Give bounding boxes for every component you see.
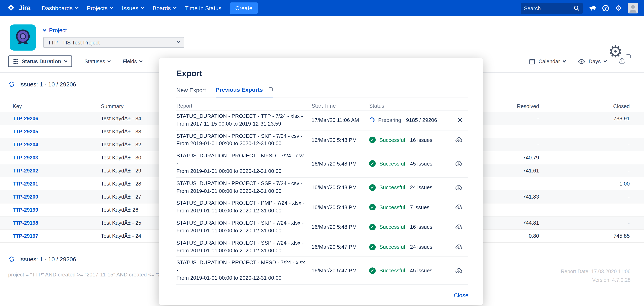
nav-item-dashboards[interactable]: Dashboards xyxy=(37,0,82,16)
issue-key-link[interactable]: TTP-29204 xyxy=(13,142,38,148)
issue-key-link[interactable]: TTP-29205 xyxy=(13,129,38,135)
export-report-name: STATUS_DURATION - PROJECT - SKP - 7/24 -… xyxy=(176,132,312,148)
calendar-label: Calendar xyxy=(538,58,560,64)
issue-key-cell: TTP-29203 xyxy=(0,154,101,161)
issue-key-cell: TTP-29206 xyxy=(0,115,101,122)
export-report-name: STATUS_DURATION - PROJECT - PMP - 7/24 -… xyxy=(176,200,312,215)
nav-right-cluster: ? ⚙ xyxy=(521,3,638,14)
chevron-down-icon xyxy=(139,59,143,62)
nav-item-boards[interactable]: Boards xyxy=(148,0,181,16)
download-export-button[interactable] xyxy=(455,267,463,274)
download-export-button[interactable] xyxy=(455,137,463,143)
export-status-detail: 24 issues xyxy=(410,244,432,250)
export-status-detail: 9185 / 29206 xyxy=(406,117,437,123)
search-icon[interactable] xyxy=(574,5,580,11)
close-button[interactable]: Close xyxy=(454,292,468,299)
days-dropdown[interactable]: Days xyxy=(578,58,606,64)
issue-closed-cell: - xyxy=(539,154,644,161)
download-export-button[interactable] xyxy=(455,160,463,167)
column-header-status: Status xyxy=(369,103,384,109)
export-report-name: STATUS_DURATION - PROJECT - MFSD - 7/24 … xyxy=(176,259,312,282)
export-row: STATUS_DURATION - PROJECT - SSP - 7/24 -… xyxy=(176,177,468,197)
create-button[interactable]: Create xyxy=(230,2,258,14)
export-start-time: 16/Mar/20 5:48 PM xyxy=(312,204,369,210)
download-export-button[interactable] xyxy=(455,244,463,250)
nav-item-issues[interactable]: Issues xyxy=(118,0,148,16)
statuses-dropdown[interactable]: Statuses xyxy=(84,58,110,64)
chevron-down-icon xyxy=(43,28,46,32)
issue-key-cell: TTP-29199 xyxy=(0,207,101,213)
project-select-value: TTP - TIS Test Project xyxy=(48,39,100,45)
close-icon xyxy=(457,117,463,123)
issue-key-link[interactable]: TTP-29200 xyxy=(13,194,38,200)
export-report-line1: STATUS_DURATION - PROJECT - SKP - 7/24 -… xyxy=(176,219,306,227)
download-export-button[interactable] xyxy=(455,184,463,191)
refresh-icon[interactable] xyxy=(8,256,15,263)
user-avatar[interactable] xyxy=(628,3,638,13)
status-duration-button[interactable]: Status Duration xyxy=(8,55,72,67)
chevron-down-icon xyxy=(173,6,176,9)
download-cloud-icon xyxy=(455,224,463,230)
export-status-cell: ✓ Successful 16 issues xyxy=(369,224,468,230)
calendar-icon xyxy=(529,58,535,65)
nav-item-projects[interactable]: Projects xyxy=(82,0,118,16)
status-duration-label: Status Duration xyxy=(22,58,61,64)
cancel-export-button[interactable] xyxy=(457,117,463,123)
jira-logo[interactable]: Jira xyxy=(6,4,31,13)
tab-previous-exports[interactable]: Previous Exports xyxy=(216,86,273,97)
tab-new-export[interactable]: New Export xyxy=(176,87,206,97)
issue-closed-cell: - xyxy=(539,207,644,213)
export-status-label: Successful xyxy=(380,161,405,167)
issue-key-link[interactable]: TTP-29199 xyxy=(13,207,38,213)
refresh-icon[interactable] xyxy=(8,81,15,88)
toolbar-right: Calendar Days xyxy=(529,57,636,65)
export-row: STATUS_DURATION - PROJECT - MFSD - 7/24 … xyxy=(176,257,468,285)
calendar-dropdown[interactable]: Calendar xyxy=(529,58,566,65)
nav-item-label: Boards xyxy=(153,5,171,11)
success-check-icon: ✓ xyxy=(369,184,376,191)
nav-item-time-in-status[interactable]: Time in Status xyxy=(180,0,226,16)
export-report-line1: STATUS_DURATION - PROJECT - TTP - 7/24 -… xyxy=(176,113,306,120)
project-select[interactable]: TTP - TIS Test Project xyxy=(43,37,184,48)
export-status-cell: ✓ Successful 45 issues xyxy=(369,267,468,274)
export-button[interactable] xyxy=(619,57,625,65)
issue-key-link[interactable]: TTP-29198 xyxy=(13,220,38,226)
issue-key-link[interactable]: TTP-29203 xyxy=(13,155,38,161)
jira-logo-text: Jira xyxy=(18,4,31,12)
chevron-down-icon xyxy=(75,6,78,9)
download-export-button[interactable] xyxy=(455,204,463,211)
export-table-body: STATUS_DURATION - PROJECT - TTP - 7/24 -… xyxy=(176,111,468,285)
export-row: STATUS_DURATION - PROJECT - PMP - 7/24 -… xyxy=(176,197,468,217)
help-icon[interactable]: ? xyxy=(602,5,609,11)
export-report-line2: From 2019-01-01 00:00 to 2020-12-31 00:0… xyxy=(176,167,306,175)
gear-icon[interactable]: ⚙ xyxy=(615,4,622,12)
download-export-button[interactable] xyxy=(455,224,463,230)
issue-closed-cell: - xyxy=(539,194,644,200)
issue-key-cell: TTP-29205 xyxy=(0,129,101,135)
chevron-down-icon xyxy=(563,59,566,62)
modal-footer: Close xyxy=(176,285,468,305)
breadcrumb[interactable]: Project xyxy=(43,27,184,33)
issue-key-link[interactable]: TTP-29201 xyxy=(13,181,38,187)
issue-key-link[interactable]: TTP-29202 xyxy=(13,168,38,174)
export-report-line1: STATUS_DURATION - PROJECT - SSP - 7/24 -… xyxy=(176,180,306,187)
export-report-name: STATUS_DURATION - PROJECT - SSP - 7/24 -… xyxy=(176,180,312,195)
fields-dropdown[interactable]: Fields xyxy=(123,58,142,64)
search-box[interactable] xyxy=(521,3,583,14)
export-report-name: STATUS_DURATION - PROJECT - MFSD - 7/24 … xyxy=(176,152,312,175)
nav-item-label: Issues xyxy=(122,5,138,11)
export-status-detail: 45 issues xyxy=(410,268,432,274)
nav-item-label: Projects xyxy=(87,5,108,11)
export-status-label: Successful xyxy=(380,268,405,274)
search-input[interactable] xyxy=(524,5,574,11)
issue-key-link[interactable]: TTP-29197 xyxy=(13,233,38,239)
issue-key-cell: TTP-29204 xyxy=(0,142,101,148)
export-start-time: 16/Mar/20 5:48 PM xyxy=(312,224,369,230)
report-footer-meta: Report Date: 17.03.2020 11:06 Version: 4… xyxy=(561,267,630,285)
issue-closed-cell: - xyxy=(539,220,644,226)
issue-key-link[interactable]: TTP-29206 xyxy=(13,116,38,122)
export-status-cell: ✓ Preparing 9185 / 29206 xyxy=(369,117,468,123)
announcement-icon[interactable] xyxy=(589,5,596,11)
modal-title: Export xyxy=(176,69,468,78)
export-start-time: 16/Mar/20 5:48 PM xyxy=(312,184,369,190)
